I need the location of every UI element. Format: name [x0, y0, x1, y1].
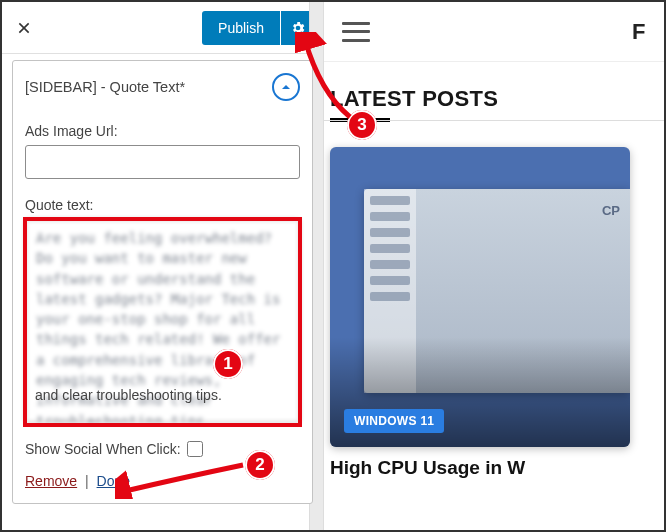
widget-panel-body: [SIDEBAR] - Quote Text* Ads Image Url: Q…	[2, 54, 323, 530]
quote-text-wrap: and clear troubleshooting tips.	[25, 219, 300, 427]
remove-link[interactable]: Remove	[25, 473, 77, 489]
ads-url-input[interactable]	[25, 145, 300, 179]
quote-text-visible-line: and clear troubleshooting tips.	[35, 387, 222, 403]
post-thumbnail: CP WINDOWS 11	[330, 147, 630, 447]
publish-group: Publish	[202, 11, 315, 45]
latest-posts-section: LATEST POSTS CP WINDOWS 11 High CPU Usag…	[324, 62, 664, 480]
editor-topbar: Publish	[2, 2, 323, 54]
site-preview: F LATEST POSTS CP WINDOWS 11 High CPU U	[324, 2, 664, 530]
latest-posts-heading: LATEST POSTS	[330, 86, 664, 112]
post-title[interactable]: High CPU Usage in W	[330, 457, 630, 480]
collapse-button[interactable]	[272, 73, 300, 101]
hamburger-icon	[342, 22, 370, 25]
site-logo: F	[632, 19, 646, 45]
widget-header: [SIDEBAR] - Quote Text*	[25, 71, 300, 109]
link-separator: |	[81, 473, 93, 489]
heading-divider	[324, 120, 664, 121]
editor-sidebar: Publish [SIDEBAR] - Quote Text* Ads Imag…	[2, 2, 324, 530]
show-social-row: Show Social When Click:	[25, 441, 300, 457]
close-button[interactable]	[10, 14, 38, 42]
post-card[interactable]: CP WINDOWS 11 High CPU Usage in W	[330, 147, 630, 480]
widget-action-links: Remove | Done	[25, 473, 300, 489]
close-icon	[16, 20, 32, 36]
ads-url-label: Ads Image Url:	[25, 123, 300, 139]
done-link[interactable]: Done	[97, 473, 130, 489]
widget-title: [SIDEBAR] - Quote Text*	[25, 79, 185, 95]
gear-icon	[290, 20, 306, 36]
publish-button[interactable]: Publish	[202, 11, 280, 45]
chevron-up-icon	[280, 81, 292, 93]
widget-box: [SIDEBAR] - Quote Text* Ads Image Url: Q…	[12, 60, 313, 504]
post-category-tag[interactable]: WINDOWS 11	[344, 409, 444, 433]
menu-button[interactable]	[342, 22, 370, 42]
thumbnail-cpu-label: CP	[602, 203, 620, 218]
quote-text-label: Quote text:	[25, 197, 300, 213]
show-social-label: Show Social When Click:	[25, 441, 181, 457]
show-social-checkbox[interactable]	[187, 441, 203, 457]
site-header: F	[324, 2, 664, 62]
